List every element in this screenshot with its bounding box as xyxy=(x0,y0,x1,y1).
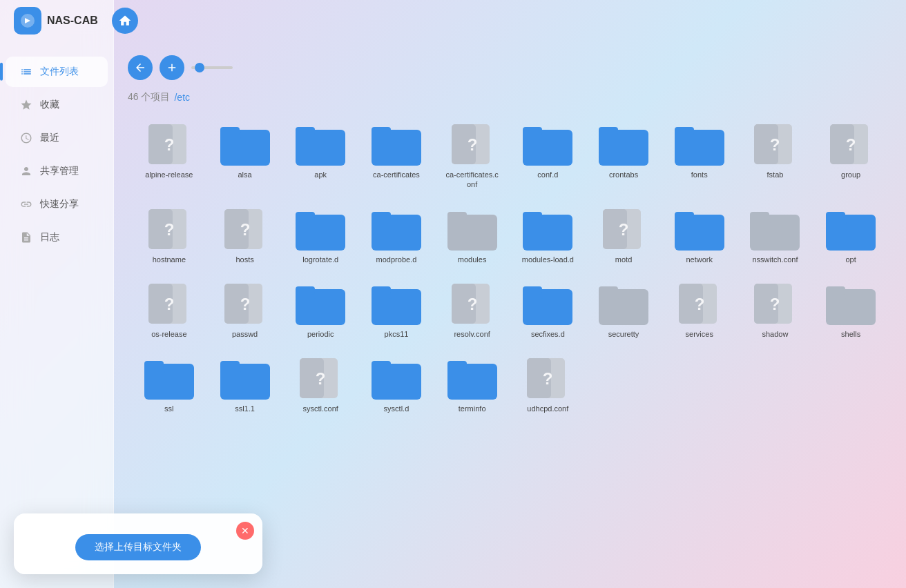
svg-text:?: ? xyxy=(467,135,477,154)
list-item[interactable]: crontabs xyxy=(589,117,658,195)
list-item[interactable]: ? alpine-release xyxy=(135,117,204,195)
sidebar-item-file-list[interactable]: 文件列表 xyxy=(6,57,108,87)
list-item[interactable]: secfixes.d xyxy=(513,277,582,344)
file-name-label: terminfo xyxy=(459,404,486,413)
link-icon xyxy=(19,197,33,211)
file-icon: ? xyxy=(826,123,876,166)
file-icon: ? xyxy=(523,357,572,400)
file-name-label: group xyxy=(841,170,860,179)
list-item[interactable]: ? motd xyxy=(589,202,658,270)
list-item[interactable]: network xyxy=(665,202,734,270)
folder-icon xyxy=(599,282,648,325)
folder-icon xyxy=(750,208,800,251)
list-item[interactable]: securetty xyxy=(589,277,658,344)
sidebar-item-favorites[interactable]: 收藏 xyxy=(6,90,108,120)
folder-icon xyxy=(220,357,270,400)
topbar: NAS-CAB xyxy=(0,0,906,41)
list-item[interactable]: ssl xyxy=(135,351,204,419)
folder-icon xyxy=(447,208,497,251)
list-item[interactable]: opt xyxy=(816,202,885,270)
file-name-label: hosts xyxy=(235,255,253,264)
list-item[interactable]: modprobe.d xyxy=(362,202,431,270)
list-item[interactable]: modules xyxy=(438,202,507,270)
svg-rect-21 xyxy=(599,127,618,135)
list-item[interactable]: periodic xyxy=(286,277,355,344)
list-item[interactable]: ? group xyxy=(816,117,885,195)
list-item[interactable]: pkcs11 xyxy=(362,277,431,344)
select-folder-button[interactable]: 选择上传目标文件夹 xyxy=(75,534,201,560)
svg-text:?: ? xyxy=(846,135,856,154)
list-item[interactable]: nsswitch.conf xyxy=(741,202,810,270)
sidebar-label-share-mgmt: 共享管理 xyxy=(40,165,79,177)
svg-text:?: ? xyxy=(164,135,175,154)
logo-area: NAS-CAB xyxy=(14,7,98,35)
back-button[interactable] xyxy=(128,55,153,80)
list-item[interactable]: fonts xyxy=(665,117,734,195)
file-name-label: sysctl.d xyxy=(384,404,409,413)
list-item[interactable]: sysctl.d xyxy=(362,351,431,419)
folder-icon xyxy=(372,357,421,400)
file-name-label: ssl1.1 xyxy=(235,404,255,413)
list-item[interactable]: alsa xyxy=(211,117,280,195)
sidebar-item-quick-share[interactable]: 快速分享 xyxy=(6,189,108,219)
file-icon: ? xyxy=(220,282,270,325)
list-item[interactable]: logrotate.d xyxy=(286,202,355,270)
svg-rect-72 xyxy=(372,286,391,295)
list-item[interactable]: ? sysctl.conf xyxy=(286,351,355,419)
file-name-label: modprobe.d xyxy=(376,255,417,264)
folder-icon xyxy=(675,123,724,166)
list-item[interactable]: ? resolv.conf xyxy=(438,277,507,344)
svg-text:?: ? xyxy=(694,295,704,313)
list-item[interactable]: modules-load.d xyxy=(513,202,582,270)
svg-rect-42 xyxy=(372,212,391,220)
toolbar xyxy=(128,55,892,80)
folder-icon xyxy=(372,208,421,251)
list-item[interactable]: ? ca-certificates.conf xyxy=(438,117,507,195)
sidebar-label-logs: 日志 xyxy=(40,231,59,244)
list-item[interactable]: ssl1.1 xyxy=(211,351,280,419)
list-item[interactable]: ? shadow xyxy=(741,277,810,344)
svg-text:?: ? xyxy=(467,295,477,313)
sidebar-label-recent: 最近 xyxy=(40,132,59,144)
file-name-label: pkcs11 xyxy=(385,329,409,339)
log-icon xyxy=(19,231,33,244)
zoom-slider[interactable] xyxy=(191,66,233,69)
file-name-label: alsa xyxy=(238,170,251,179)
file-name-label: network xyxy=(686,255,713,264)
folder-icon xyxy=(523,208,572,251)
list-item[interactable]: ca-certificates xyxy=(362,117,431,195)
list-item[interactable]: shells xyxy=(816,277,885,344)
file-icon: ? xyxy=(447,123,497,166)
dialog-close-button[interactable]: ✕ xyxy=(236,522,254,540)
add-button[interactable] xyxy=(160,55,184,80)
sidebar-item-recent[interactable]: 最近 xyxy=(6,123,108,153)
file-name-label: os-release xyxy=(151,329,186,339)
file-icon: ? xyxy=(144,123,194,166)
svg-rect-45 xyxy=(447,212,467,220)
sidebar-item-share-mgmt[interactable]: 共享管理 xyxy=(6,156,108,186)
svg-rect-81 xyxy=(599,286,618,295)
sidebar-item-logs[interactable]: 日志 xyxy=(6,222,108,253)
folder-icon xyxy=(296,282,345,325)
list-item[interactable]: ? udhcpd.conf xyxy=(513,351,582,419)
list-item[interactable]: ? passwd xyxy=(211,277,280,344)
list-item[interactable]: ? os-release xyxy=(135,277,204,344)
folder-icon xyxy=(296,123,345,166)
list-item[interactable]: ? services xyxy=(665,277,734,344)
list-item[interactable]: ? hostname xyxy=(135,202,204,270)
svg-rect-57 xyxy=(750,212,769,220)
svg-rect-12 xyxy=(372,127,391,135)
file-name-label: udhcpd.conf xyxy=(527,404,568,413)
home-button[interactable] xyxy=(112,8,138,34)
list-item[interactable]: ? hosts xyxy=(211,202,280,270)
svg-text:?: ? xyxy=(770,135,780,154)
file-name-label: modules-load.d xyxy=(522,255,574,264)
list-item[interactable]: terminfo xyxy=(438,351,507,419)
slider-track xyxy=(191,66,233,69)
list-item[interactable]: apk xyxy=(286,117,355,195)
svg-rect-60 xyxy=(826,212,845,220)
file-name-label: apk xyxy=(314,170,327,179)
folder-icon xyxy=(144,357,194,400)
list-item[interactable]: conf.d xyxy=(513,117,582,195)
list-item[interactable]: ? fstab xyxy=(741,117,810,195)
